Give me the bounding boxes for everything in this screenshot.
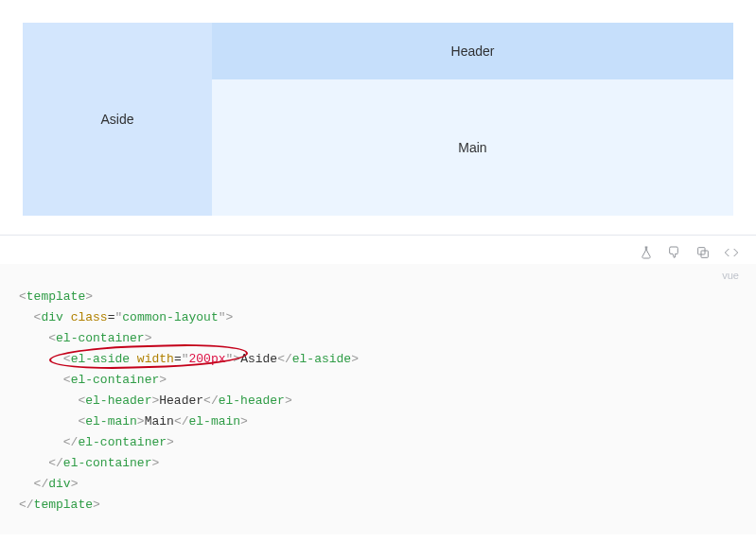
- layout-demo-panel: Aside Header Main: [0, 0, 756, 236]
- demo-header: Header: [212, 23, 733, 79]
- demo-right-column: Header Main: [212, 23, 733, 216]
- code-toolbar: [0, 236, 756, 264]
- copy-icon[interactable]: [695, 245, 711, 260]
- demo-aside-label: Aside: [100, 112, 133, 127]
- code-icon[interactable]: [724, 245, 739, 260]
- flask-icon[interactable]: [639, 245, 654, 260]
- demo-header-label: Header: [451, 44, 495, 59]
- thumbs-down-icon[interactable]: [667, 245, 682, 260]
- code-content: <template> <div class="common-layout"> <…: [0, 273, 756, 516]
- demo-main-label: Main: [458, 140, 486, 155]
- demo-aside: Aside: [23, 23, 212, 216]
- el-container-demo: Aside Header Main: [23, 23, 733, 216]
- demo-main: Main: [212, 79, 733, 216]
- code-block: vue <template> <div class="common-layout…: [0, 264, 756, 534]
